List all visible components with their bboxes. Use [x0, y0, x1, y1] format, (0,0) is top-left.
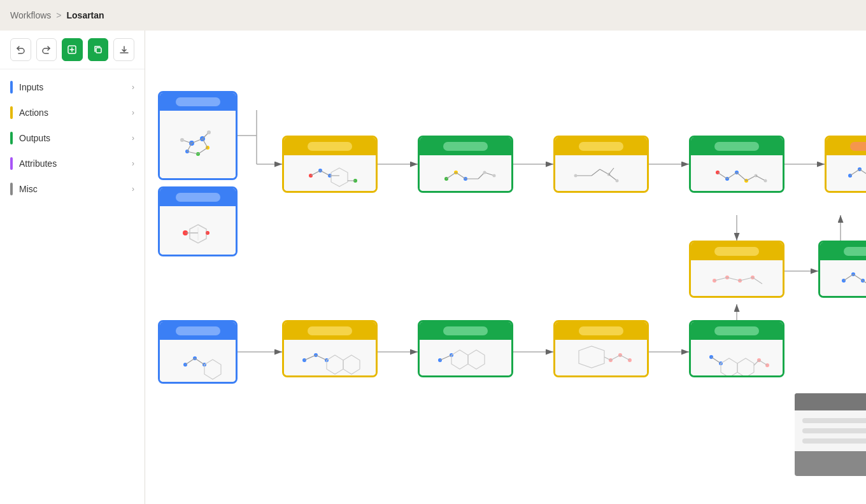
outputs-bar	[10, 132, 13, 144]
node-body	[160, 206, 236, 256]
misc-label: Misc	[19, 184, 125, 194]
canvas[interactable]: Note	[145, 31, 866, 504]
node-header	[827, 137, 866, 155]
node-header	[820, 242, 866, 260]
main-layout: Inputs › Actions › Outputs › Attributes …	[0, 31, 866, 504]
svg-marker-142	[737, 358, 754, 377]
node-header	[284, 322, 376, 340]
attributes-bar	[10, 157, 13, 170]
node-green-1[interactable]	[418, 136, 513, 193]
svg-rect-1	[96, 48, 101, 53]
node-green-row3-1[interactable]	[418, 320, 513, 377]
svg-line-100	[727, 277, 740, 281]
svg-marker-125	[343, 355, 360, 374]
actions-chevron: ›	[132, 108, 134, 117]
header-pill	[714, 247, 759, 256]
misc-bar	[10, 183, 13, 195]
note-box[interactable]: Note	[795, 393, 866, 476]
node-body	[160, 340, 236, 384]
svg-line-117	[195, 358, 204, 365]
breadcrumb: Workflows > Losartan	[0, 0, 866, 31]
svg-line-73	[746, 176, 756, 181]
header-pill	[714, 326, 759, 335]
svg-line-42	[311, 171, 320, 176]
toolbar	[0, 31, 145, 69]
molecule-svg	[285, 157, 374, 193]
breadcrumb-current: Losartan	[67, 10, 104, 20]
molecule-svg	[557, 341, 646, 377]
svg-line-26	[198, 148, 208, 154]
svg-point-32	[207, 130, 211, 134]
node-body	[284, 340, 376, 377]
svg-line-72	[737, 172, 746, 181]
svg-point-59	[574, 174, 578, 178]
attributes-chevron: ›	[132, 159, 134, 168]
svg-marker-141	[721, 358, 737, 377]
sidebar-item-outputs[interactable]: Outputs ›	[0, 125, 145, 151]
node-header	[160, 93, 236, 111]
node-green-row3-final[interactable]	[689, 320, 784, 377]
svg-line-122	[304, 355, 316, 360]
svg-line-27	[187, 151, 198, 154]
svg-point-57	[493, 174, 496, 178]
node-body	[420, 340, 511, 377]
sidebar-item-inputs[interactable]: Inputs ›	[0, 74, 145, 100]
breadcrumb-separator: >	[56, 10, 61, 20]
svg-point-64	[616, 179, 619, 183]
node-body	[691, 340, 783, 377]
node-green-2[interactable]	[689, 136, 784, 193]
header-pill	[308, 142, 352, 151]
svg-line-136	[611, 355, 620, 360]
svg-marker-45	[331, 168, 348, 186]
node-body	[420, 155, 511, 193]
download-button[interactable]	[113, 38, 134, 61]
svg-point-30	[180, 138, 184, 142]
molecule-svg	[285, 341, 374, 377]
canvas-inner: Note	[145, 31, 846, 489]
node-yellow-red-header[interactable]	[825, 136, 866, 193]
svg-line-83	[860, 169, 866, 176]
sidebar-item-misc[interactable]: Misc ›	[0, 176, 145, 202]
node-body	[284, 155, 376, 193]
node-body	[555, 340, 647, 377]
node-blue-input-1[interactable]	[158, 91, 238, 180]
sidebar-item-actions[interactable]: Actions ›	[0, 100, 145, 125]
svg-line-43	[320, 171, 330, 176]
undo-button[interactable]	[10, 38, 31, 61]
node-yellow-row3-2[interactable]	[553, 320, 649, 377]
copy-button[interactable]	[88, 38, 109, 61]
header-pill	[443, 326, 488, 335]
svg-point-56	[483, 171, 486, 174]
add-node-button[interactable]	[62, 38, 83, 61]
svg-line-109	[853, 274, 863, 281]
svg-line-146	[759, 360, 767, 365]
header-pill	[176, 193, 220, 202]
molecule-svg	[692, 341, 781, 377]
note-line-1	[802, 418, 866, 423]
node-yellow-2[interactable]	[553, 136, 649, 193]
node-green-mid[interactable]	[818, 241, 866, 298]
note-line-3	[802, 438, 866, 444]
molecule-svg	[821, 262, 866, 298]
node-yellow-1[interactable]	[282, 136, 378, 193]
molecule-svg	[163, 209, 233, 256]
inputs-label: Inputs	[19, 82, 125, 92]
nav-items: Inputs › Actions › Outputs › Attributes …	[0, 69, 145, 207]
molecule-svg	[692, 262, 781, 298]
node-blue-input-row3[interactable]	[158, 320, 238, 384]
breadcrumb-workflows[interactable]: Workflows	[10, 10, 51, 20]
sidebar-item-attributes[interactable]: Attributes ›	[0, 151, 145, 176]
svg-marker-118	[204, 360, 221, 379]
node-header	[420, 137, 511, 155]
node-header	[420, 322, 511, 340]
node-blue-input-2[interactable]	[158, 186, 238, 256]
svg-line-75	[756, 176, 765, 181]
outputs-chevron: ›	[132, 134, 134, 143]
svg-point-76	[764, 179, 767, 183]
redo-button[interactable]	[36, 38, 57, 61]
node-yellow-row3-1[interactable]	[282, 320, 378, 377]
node-yellow-mid[interactable]	[689, 241, 784, 298]
header-pill	[443, 142, 488, 151]
node-body	[555, 155, 647, 193]
header-pill	[579, 142, 623, 151]
